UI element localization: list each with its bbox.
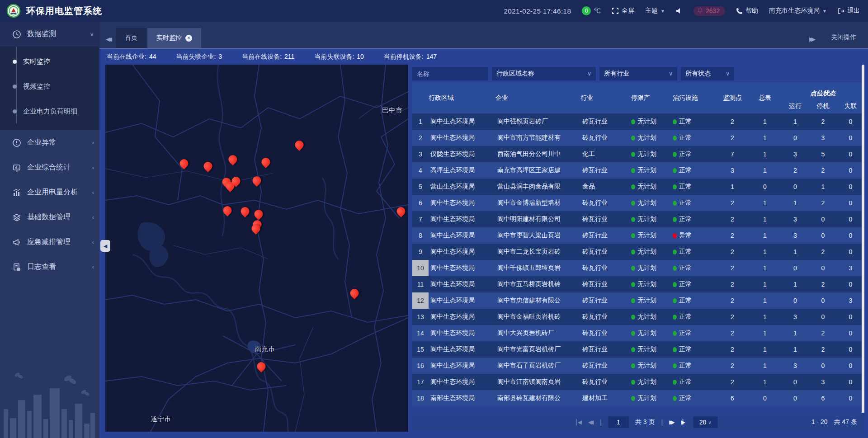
tabs-scroll-left-button[interactable]: ◀◀ xyxy=(106,36,116,48)
notification-badge[interactable]: 2632 xyxy=(693,6,725,16)
map-pin-icon[interactable] xyxy=(241,207,250,216)
row-stop: 1 xyxy=(809,183,837,190)
table-row[interactable]: 13阆中生态环境局阆中市金福旺页岩机砖砖瓦行业无计划正常21300 xyxy=(412,309,864,325)
row-production-status: 无计划 xyxy=(631,280,673,288)
map-pin-icon[interactable] xyxy=(229,155,237,164)
table-row[interactable]: 14阆中生态环境局阆中大兴页岩机砖厂砖瓦行业无计划正常21120 xyxy=(412,325,864,341)
close-operations-button[interactable]: 关闭操作 xyxy=(819,33,856,48)
chevron-left-icon: ‹ xyxy=(92,264,94,270)
logout-button[interactable]: 退出 xyxy=(838,7,860,15)
table-row[interactable]: 7阆中生态环境局阆中明阳建材有限公司砖瓦行业无计划正常21300 xyxy=(412,211,864,227)
table-row[interactable]: 15阆中生态环境局阆中市光富页岩机砖厂砖瓦行业无计划正常21120 xyxy=(412,341,864,358)
prev-page-button[interactable]: ◀◀ xyxy=(588,419,594,425)
monitor-stats-icon xyxy=(12,163,22,173)
table-scrollbar[interactable] xyxy=(862,65,864,417)
theme-dropdown[interactable]: 主题 ▼ xyxy=(645,7,665,15)
row-meter: 1 xyxy=(749,216,781,223)
map-pin-icon[interactable] xyxy=(252,224,260,233)
map-pin-icon[interactable] xyxy=(262,158,270,166)
col-group-point-status: 点位状态 xyxy=(781,83,864,99)
region-select[interactable]: 行政区域名称∨ xyxy=(492,67,596,80)
name-search-input[interactable] xyxy=(412,67,488,80)
bullet-icon xyxy=(13,85,17,89)
map-pin-icon[interactable] xyxy=(253,176,261,185)
row-region: 阆中生态环境局 xyxy=(429,297,495,305)
sidebar-item-emergency[interactable]: 应急减排管理‹ xyxy=(0,230,99,254)
sidebar-item-base-data[interactable]: 基础数据管理‹ xyxy=(0,205,99,230)
row-stop: 2 xyxy=(809,281,837,288)
stat-item: 当前失联企业:3 xyxy=(176,53,222,61)
tab-home[interactable]: 首页 xyxy=(116,28,146,48)
map-pin-icon[interactable] xyxy=(223,206,232,215)
col-run: 运行 xyxy=(781,99,809,113)
table-row[interactable]: 3仪陇生态环境局西南油气田分公司川中化工无计划正常71350 xyxy=(412,146,864,162)
map-panel[interactable]: 巴中市南充市遂宁市 ◀ xyxy=(105,65,408,432)
status-dot-icon xyxy=(631,119,635,124)
table-row[interactable]: 9阆中生态环境局阆中市二龙长宝页岩砖砖瓦行业无计划正常21120 xyxy=(412,244,864,260)
table-row[interactable]: 12阆中生态环境局阆中市忠信建材有限公砖瓦行业无计划正常21003 xyxy=(412,292,864,309)
stats-bar: 当前在线企业:44当前失联企业:3当前在线设备:211当前失联设备:10当前停机… xyxy=(99,49,868,65)
page-number-input[interactable] xyxy=(608,416,629,428)
row-meter: 1 xyxy=(749,330,781,337)
row-production-status: 无计划 xyxy=(631,134,673,142)
table-row[interactable]: 10阆中生态环境局阆中千佛镇五郎垭页岩砖瓦行业无计划正常21003 xyxy=(412,260,864,276)
map-pin-icon[interactable] xyxy=(397,207,406,216)
page-size-select[interactable]: 20 ∨ xyxy=(693,416,717,428)
table-row[interactable]: 4高坪生态环境局南充市高坪区王家店建砖瓦行业无计划正常31220 xyxy=(412,162,864,179)
sidebar-item-company-abnormal[interactable]: 企业异常‹ xyxy=(0,130,99,155)
map-pin-icon[interactable] xyxy=(204,162,212,170)
help-button[interactable]: 帮助 xyxy=(736,7,758,15)
sidebar-item-data-monitor[interactable]: 数据监测∨ xyxy=(0,22,99,47)
content-area: 巴中市南充市遂宁市 ◀ 行政区域名称∨ 所有行业∨ xyxy=(99,65,868,438)
sidebar-subitem[interactable]: 企业电力负荷明细 xyxy=(0,99,99,124)
sidebar-subitem[interactable]: 视频监控 xyxy=(0,74,99,99)
layers-icon xyxy=(12,212,22,222)
row-company: 阆中市石子页岩机砖厂 xyxy=(495,362,580,370)
table-row[interactable]: 11阆中生态环境局阆中市五马桥页岩机砖砖瓦行业无计划正常21120 xyxy=(412,276,864,292)
col-points: 监测点 xyxy=(716,83,749,113)
stat-item: 当前在线企业:44 xyxy=(107,53,156,61)
table-row[interactable]: 16阆中生态环境局阆中市石子页岩机砖厂砖瓦行业无计划正常21300 xyxy=(412,358,864,374)
status-select[interactable]: 所有状态∨ xyxy=(681,67,734,80)
table-row[interactable]: 18南部生态环境局南部县砖瓦建材有限公建材加工无计划正常60060 xyxy=(412,390,864,406)
fullscreen-icon xyxy=(612,7,619,14)
row-company: 阆中大兴页岩机砖厂 xyxy=(495,329,580,337)
table-row[interactable]: 1阆中生态环境局阆中强锐页岩砖厂砖瓦行业无计划正常21120 xyxy=(412,113,864,130)
map-collapse-button[interactable]: ◀ xyxy=(100,240,110,252)
map-pin-icon[interactable] xyxy=(257,362,266,371)
row-region: 阆中生态环境局 xyxy=(429,280,495,288)
map-pin-icon[interactable] xyxy=(295,141,304,149)
close-tab-icon[interactable]: ✕ xyxy=(185,35,192,42)
status-dot-icon xyxy=(673,266,677,271)
map-pin-icon[interactable] xyxy=(255,210,263,218)
status-dot-icon xyxy=(631,184,635,189)
table-row[interactable]: 6阆中生态环境局阆中市金博瑞新型墙材砖瓦行业无计划正常21120 xyxy=(412,195,864,211)
industry-select[interactable]: 所有行业∨ xyxy=(599,67,677,80)
table-row[interactable]: 2阆中生态环境局阆中市南方节能建材有砖瓦行业无计划正常21030 xyxy=(412,130,864,146)
sidebar-item-logs[interactable]: 日志查看‹ xyxy=(0,254,99,279)
sidebar-item-company-stats[interactable]: 企业综合统计‹ xyxy=(0,155,99,180)
map-pin-icon[interactable] xyxy=(180,159,189,168)
table-row[interactable]: 5营山生态环境局营山县润丰肉食品有限食品无计划正常10010 xyxy=(412,179,864,195)
table-row[interactable]: 8阆中生态环境局阆中市枣碧大梁山页岩砖瓦行业无计划异常21300 xyxy=(412,227,864,244)
last-page-button[interactable]: ▶▏ xyxy=(681,419,687,425)
bell-icon xyxy=(697,7,703,15)
row-index: 12 xyxy=(412,292,429,309)
stat-item: 当前停机设备:147 xyxy=(384,53,437,61)
stat-value: 211 xyxy=(284,53,294,61)
row-run: 3 xyxy=(781,216,809,223)
mute-button[interactable] xyxy=(676,8,683,14)
table-row[interactable]: 17阆中生态环境局阆中市江南镇阆南页岩砖瓦行业无计划正常21030 xyxy=(412,374,864,390)
fullscreen-button[interactable]: 全屏 xyxy=(612,7,634,15)
row-run: 0 xyxy=(781,297,809,304)
tab-realtime-monitor[interactable]: 实时监控 ✕ xyxy=(147,28,201,48)
sidebar-subitem[interactable]: 实时监控 xyxy=(0,49,99,74)
sidebar-item-power-analysis[interactable]: 企业用电量分析‹ xyxy=(0,180,99,205)
first-page-button[interactable]: ▏◀ xyxy=(576,419,581,425)
user-dropdown[interactable]: 南充市生态环境局 ▼ xyxy=(769,7,827,15)
next-page-button[interactable]: ▶▶ xyxy=(669,419,675,425)
map-pin-icon[interactable] xyxy=(232,177,241,185)
row-facility-status: 异常 xyxy=(673,231,716,240)
tabs-scroll-right-button[interactable]: ▶▶ xyxy=(809,36,819,48)
map-pin-icon[interactable] xyxy=(350,289,359,297)
